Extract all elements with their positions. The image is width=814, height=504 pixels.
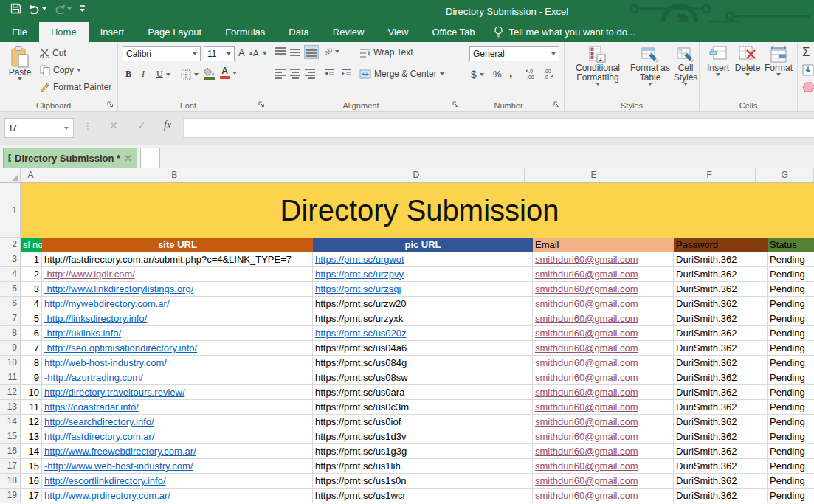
borders-button[interactable]: [181, 69, 199, 80]
cell-email[interactable]: smithduri60@gmail.com: [533, 415, 674, 429]
cell-email[interactable]: smithduri60@gmail.com: [533, 326, 674, 341]
column-header-g[interactable]: G: [756, 168, 814, 182]
row-header[interactable]: 16: [0, 444, 21, 459]
cell-email[interactable]: smithduri60@gmail.com: [533, 385, 674, 400]
cell-status[interactable]: Pending: [768, 341, 814, 356]
decrease-decimal-button[interactable]: .00.0: [543, 68, 558, 80]
cell-pic-url[interactable]: https://prnt.sc/us0ara: [313, 385, 533, 400]
accounting-format-button[interactable]: $: [471, 69, 484, 80]
cell-pic-url[interactable]: https://prnt.sc/us1s0n: [313, 474, 533, 489]
cell-password[interactable]: DuriSmith.362: [674, 459, 768, 474]
cell-site-url[interactable]: http://fastdirectory.com.ar/: [42, 429, 313, 444]
cell-status[interactable]: Pending: [768, 474, 814, 489]
formula-input[interactable]: [183, 118, 814, 138]
cell-email[interactable]: smithduri60@gmail.com: [533, 459, 674, 474]
cell-sl-no[interactable]: 15: [21, 459, 42, 474]
name-box[interactable]: I7: [4, 118, 74, 138]
italic-button[interactable]: I: [142, 69, 145, 80]
cell-pic-url[interactable]: https://prnt.sc/urzyxk: [313, 311, 533, 326]
font-name-combo[interactable]: Calibri: [123, 46, 201, 61]
copy-button[interactable]: Copy: [40, 65, 81, 75]
menu-tab-view[interactable]: View: [376, 22, 420, 42]
cell-pic-url[interactable]: https://prnt.sc/urzw20: [313, 297, 533, 311]
row-header[interactable]: 5: [0, 282, 21, 297]
header-cell-site-url[interactable]: site URL: [42, 238, 313, 252]
customize-qat-button[interactable]: [79, 4, 86, 13]
cell-email[interactable]: smithduri60@gmail.com: [533, 444, 674, 459]
cell-site-url[interactable]: http://uklinks.info/: [42, 326, 313, 341]
cell-status[interactable]: Pending: [768, 311, 814, 326]
cell-password[interactable]: DuriSmith.362: [674, 297, 768, 311]
cell-sl-no[interactable]: 12: [21, 415, 42, 429]
fill-icon[interactable]: [802, 64, 814, 76]
tab-close-icon[interactable]: ✕: [124, 153, 132, 164]
cell-sl-no[interactable]: 11: [21, 400, 42, 415]
header-cell-email[interactable]: Email: [533, 238, 674, 252]
header-cell-status[interactable]: Status: [768, 238, 814, 252]
cell-site-url[interactable]: http://fastdirectory.com.ar/submit.php?c…: [42, 252, 313, 267]
row-header[interactable]: 17: [0, 459, 21, 474]
cell-status[interactable]: Pending: [768, 252, 814, 267]
cell-site-url[interactable]: http://seo.optimisationdirectory.info/: [42, 341, 313, 356]
row-header[interactable]: 4: [0, 267, 21, 282]
column-header-d[interactable]: D: [308, 168, 525, 182]
align-right-button[interactable]: [305, 69, 315, 79]
column-header-e[interactable]: E: [525, 168, 663, 182]
font-size-combo[interactable]: 11: [204, 46, 235, 61]
cell-status[interactable]: Pending: [768, 385, 814, 400]
cell-password[interactable]: DuriSmith.362: [674, 370, 768, 385]
cell-pic-url[interactable]: https://prnt.sc/urgwot: [313, 252, 533, 267]
column-header-a[interactable]: A: [21, 168, 42, 182]
formula-bar-splitter[interactable]: ⋮: [83, 121, 93, 131]
format-cells-button[interactable]: Format: [763, 46, 794, 76]
cell-pic-url[interactable]: https://prnt.sc/us1lih: [313, 459, 533, 474]
enter-icon[interactable]: ✓: [137, 120, 146, 131]
cell-sl-no[interactable]: 2: [21, 267, 42, 282]
cell-status[interactable]: Pending: [768, 415, 814, 429]
cell-site-url[interactable]: http://directory.traveltours.review/: [42, 385, 313, 400]
row-header[interactable]: 10: [0, 356, 21, 370]
header-cell-sl-no[interactable]: sl no: [21, 238, 42, 252]
menu-tab-data[interactable]: Data: [277, 22, 320, 42]
cell-password[interactable]: DuriSmith.362: [674, 252, 768, 267]
row-header[interactable]: 13: [0, 400, 21, 415]
undo-button[interactable]: [29, 4, 46, 14]
bottom-align-button[interactable]: [305, 46, 318, 58]
cell-status[interactable]: Pending: [768, 326, 814, 341]
cell-sl-no[interactable]: 3: [21, 282, 42, 297]
menu-tab-insert[interactable]: Insert: [89, 22, 137, 42]
cell-password[interactable]: DuriSmith.362: [674, 267, 768, 282]
cell-password[interactable]: DuriSmith.362: [674, 415, 768, 429]
cell-sl-no[interactable]: 4: [21, 297, 42, 311]
cell-site-url[interactable]: http://escortlinkdirectory.info/: [42, 474, 313, 489]
cell-sl-no[interactable]: 17: [21, 489, 42, 503]
align-center-button[interactable]: [290, 69, 300, 79]
underline-button[interactable]: U: [156, 69, 170, 80]
cell-sl-no[interactable]: 14: [21, 444, 42, 459]
middle-align-button[interactable]: [290, 47, 300, 57]
cell-password[interactable]: DuriSmith.362: [674, 311, 768, 326]
row-header[interactable]: 3: [0, 252, 21, 267]
document-tab[interactable]: Directory Submission * ✕: [3, 148, 137, 168]
cell-password[interactable]: DuriSmith.362: [674, 400, 768, 415]
bold-button[interactable]: B: [125, 69, 131, 80]
cell-status[interactable]: Pending: [768, 282, 814, 297]
cell-email[interactable]: smithduri60@gmail.com: [533, 489, 674, 503]
paste-button[interactable]: Paste: [4, 46, 35, 80]
cut-button[interactable]: Cut: [40, 48, 66, 58]
cell-pic-url[interactable]: https://prnt.sc/urzsqj: [313, 282, 533, 297]
select-all-corner[interactable]: [0, 168, 21, 182]
menu-tab-home[interactable]: Home: [39, 22, 89, 42]
cell-sl-no[interactable]: 8: [21, 356, 42, 370]
increase-indent-button[interactable]: [341, 69, 352, 78]
format-painter-button[interactable]: Format Painter: [40, 82, 111, 92]
grow-font-button[interactable]: A▲: [238, 47, 255, 58]
cell-status[interactable]: Pending: [768, 356, 814, 370]
font-dialog-launcher[interactable]: [258, 101, 266, 108]
orientation-button[interactable]: ab: [324, 47, 339, 55]
cell-password[interactable]: DuriSmith.362: [674, 356, 768, 370]
cell-password[interactable]: DuriSmith.362: [674, 326, 768, 341]
cell-pic-url[interactable]: https://prnt.sc/us1d3v: [313, 429, 533, 444]
row-header[interactable]: 11: [0, 370, 21, 385]
cell-sl-no[interactable]: 10: [21, 385, 42, 400]
